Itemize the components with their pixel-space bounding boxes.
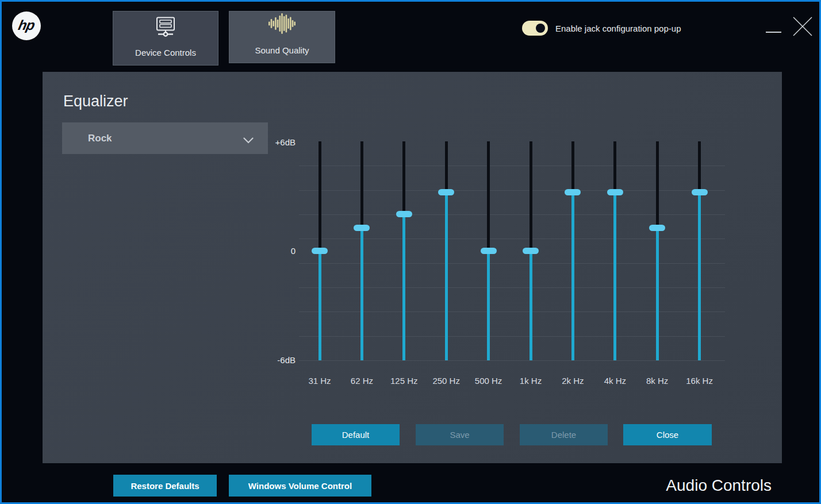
app-window: hp Device Controls xyxy=(0,0,821,504)
eq-frequency-label: 62 Hz xyxy=(339,376,385,386)
eq-slider-1k-hz[interactable]: 1k Hz xyxy=(522,141,539,360)
eq-frequency-label: 31 Hz xyxy=(297,376,343,386)
delete-button[interactable]: Delete xyxy=(520,424,608,445)
eq-frequency-label: 4k Hz xyxy=(592,376,638,386)
axis-label-bottom: -6dB xyxy=(262,355,296,365)
eq-slider-fill xyxy=(613,193,616,360)
jack-config-toggle[interactable] xyxy=(522,21,548,36)
eq-slider-handle[interactable] xyxy=(692,189,708,195)
eq-slider-handle[interactable] xyxy=(565,189,581,195)
eq-slider-fill xyxy=(319,251,321,361)
restore-defaults-button[interactable]: Restore Defaults xyxy=(113,475,217,497)
eq-slider-fill xyxy=(445,193,448,360)
hp-logo: hp xyxy=(12,11,41,40)
equalizer-chart: +6dB 0 -6dB 31 Hz62 Hz125 Hz250 Hz500 Hz… xyxy=(299,141,725,360)
preset-dropdown[interactable]: Rock xyxy=(62,122,268,154)
eq-slider-fill xyxy=(698,193,701,360)
chevron-down-icon xyxy=(243,136,254,146)
eq-slider-fill xyxy=(530,251,532,361)
eq-slider-31-hz[interactable]: 31 Hz xyxy=(311,141,328,360)
save-button[interactable]: Save xyxy=(416,424,504,445)
eq-slider-250-hz[interactable]: 250 Hz xyxy=(438,141,455,360)
eq-frequency-label: 16k Hz xyxy=(677,376,723,386)
eq-slider-handle[interactable] xyxy=(649,225,665,231)
eq-slider-fill xyxy=(656,228,659,360)
eq-frequency-label: 250 Hz xyxy=(423,376,469,386)
eq-frequency-label: 2k Hz xyxy=(550,376,596,386)
tab-sound-quality[interactable]: Sound Quality xyxy=(229,11,335,63)
minimize-button[interactable] xyxy=(762,24,785,37)
eq-frequency-label: 8k Hz xyxy=(634,376,680,386)
default-button[interactable]: Default xyxy=(312,424,400,445)
page-title: Equalizer xyxy=(63,93,128,110)
eq-slider-handle[interactable] xyxy=(438,189,454,195)
waveform-icon xyxy=(268,12,297,37)
eq-slider-handle[interactable] xyxy=(481,248,497,254)
eq-slider-16k-hz[interactable]: 16k Hz xyxy=(691,141,708,360)
hp-logo-text: hp xyxy=(17,17,36,34)
axis-label-zero: 0 xyxy=(262,246,296,256)
eq-slider-62-hz[interactable]: 62 Hz xyxy=(353,141,370,360)
eq-frequency-label: 125 Hz xyxy=(381,376,427,386)
close-button[interactable] xyxy=(791,14,815,39)
eq-frequency-label: 1k Hz xyxy=(508,376,554,386)
eq-slider-fill xyxy=(571,193,574,360)
equalizer-panel: Equalizer Rock +6dB 0 -6dB 31 Hz62 Hz125… xyxy=(43,72,782,463)
eq-slider-8k-hz[interactable]: 8k Hz xyxy=(649,141,666,360)
eq-slider-fill xyxy=(487,251,490,361)
eq-slider-handle[interactable] xyxy=(354,225,370,231)
eq-slider-handle[interactable] xyxy=(523,248,539,254)
jack-config-toggle-label: Enable jack configuration pop-up xyxy=(555,24,681,33)
windows-volume-control-button[interactable]: Windows Volume Control xyxy=(229,475,371,497)
eq-slider-handle[interactable] xyxy=(607,189,623,195)
monitor-sliders-icon xyxy=(154,17,177,40)
minimize-icon xyxy=(766,32,781,33)
eq-slider-500-hz[interactable]: 500 Hz xyxy=(480,141,497,360)
eq-slider-125-hz[interactable]: 125 Hz xyxy=(396,141,413,360)
gridline xyxy=(299,360,725,361)
eq-slider-2k-hz[interactable]: 2k Hz xyxy=(564,141,581,360)
tab-device-controls[interactable]: Device Controls xyxy=(113,11,218,66)
eq-frequency-label: 500 Hz xyxy=(466,376,512,386)
app-title: Audio Controls xyxy=(666,476,772,495)
eq-slider-4k-hz[interactable]: 4k Hz xyxy=(607,141,624,360)
preset-dropdown-value: Rock xyxy=(88,133,112,144)
eq-slider-handle[interactable] xyxy=(312,248,328,254)
axis-label-top: +6dB xyxy=(262,137,296,147)
close-equalizer-button[interactable]: Close xyxy=(623,424,712,445)
jack-config-toggle-group: Enable jack configuration pop-up xyxy=(522,21,681,36)
eq-slider-fill xyxy=(360,228,363,360)
tab-sound-quality-label: Sound Quality xyxy=(255,45,309,55)
close-icon xyxy=(791,14,815,39)
eq-slider-fill xyxy=(402,214,405,360)
eq-slider-handle[interactable] xyxy=(396,211,412,217)
tab-device-controls-label: Device Controls xyxy=(135,48,196,57)
toggle-knob xyxy=(536,24,545,33)
